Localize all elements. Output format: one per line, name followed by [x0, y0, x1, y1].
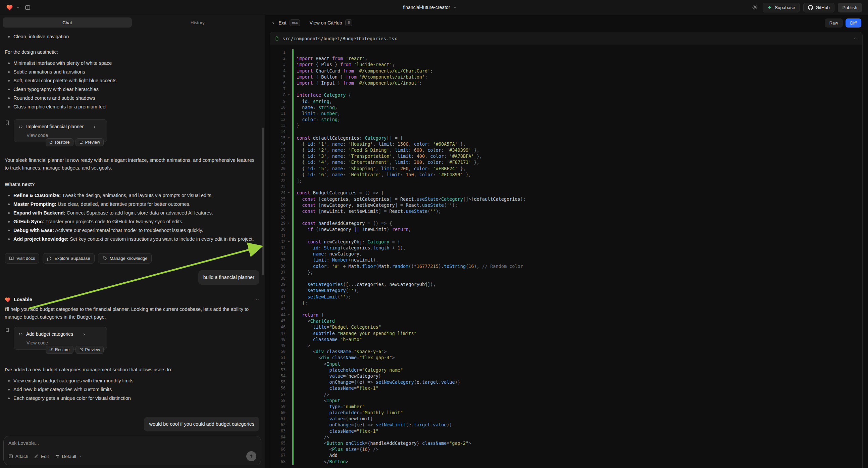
lovable-heart-icon — [5, 297, 11, 303]
bullet-item: Refine & Customize: Tweak the design, an… — [13, 192, 259, 199]
github-button[interactable]: GitHub — [803, 3, 834, 12]
user-message: build a financial planner — [198, 270, 259, 285]
exit-button[interactable]: Exit esc — [271, 20, 300, 26]
raw-button[interactable]: Raw — [825, 19, 843, 28]
restore-icon: ↺ — [49, 140, 53, 145]
code-line: 30 if (!newCategory || !newLimit) return… — [270, 226, 862, 232]
view-code-link[interactable]: View code — [27, 133, 48, 138]
restore-button[interactable]: ↺ Restore — [45, 138, 73, 146]
chat-input[interactable] — [8, 440, 256, 446]
message-menu-icon[interactable]: ⋯ — [254, 297, 259, 303]
sliders-icon — [55, 454, 60, 459]
edit-button[interactable]: Edit — [34, 454, 49, 459]
code-line: 39 setCategories([...categories, newCate… — [270, 281, 862, 287]
publish-button[interactable]: Publish — [838, 3, 862, 12]
code-line: 51 <div className="flex gap-4"> — [270, 354, 862, 360]
supabase-button[interactable]: Supabase — [763, 3, 800, 12]
chat-scrollback: Clean, intuitive navigation For the desi… — [0, 29, 265, 433]
chat-composer: Attach Edit Default — [3, 436, 261, 465]
assistant-added-text: I've added a new budget categories manag… — [5, 366, 259, 374]
mode-selector[interactable]: Default — [55, 454, 82, 459]
bookmark-icon[interactable] — [5, 119, 10, 126]
settings-gear-icon[interactable] — [750, 3, 759, 12]
diff-button[interactable]: Diff — [845, 19, 861, 28]
chat-scrollbar[interactable] — [262, 127, 264, 275]
code-line: 54 value={newCategory} — [270, 373, 862, 379]
code-line: 33 id: String(categories.length + 1), — [270, 245, 862, 251]
lovable-logo-heart-icon[interactable] — [6, 4, 13, 11]
version-card-implement-planner[interactable]: Implement financial planner View code ↺ … — [14, 119, 107, 142]
project-name-dropdown[interactable]: financial-future-creator — [403, 0, 456, 15]
code-line: 23 — [270, 184, 862, 190]
code-line: 4import ChartCard from '@/components/ui/… — [270, 68, 862, 74]
chevron-left-icon — [271, 21, 275, 25]
tab-chat[interactable]: Chat — [3, 18, 132, 28]
code-line: 53 placeholder="Category name" — [270, 367, 862, 373]
preview-button[interactable]: Preview — [75, 138, 104, 146]
bullet-item: Glass-morphic elements for a premium fee… — [13, 103, 259, 111]
bullet-item: Minimalist interface with plenty of whit… — [13, 59, 259, 67]
chat-tabbar: Chat History — [0, 15, 265, 29]
code-editor[interactable]: 12import React from 'react';3import { Pl… — [270, 45, 862, 468]
bullet-item: Each category gets a unique color for vi… — [13, 394, 259, 402]
preview-button[interactable]: Preview — [75, 346, 104, 354]
code-line: 26 const [newCategory, setNewCategory] =… — [270, 202, 862, 208]
code-line: 5import { Button } from '@/components/ui… — [270, 74, 862, 80]
design-heading: For the design aesthetic: — [5, 48, 259, 56]
code-line: 15▾const defaultCategories: Category[] =… — [270, 135, 862, 141]
code-line: 21 { id: '6', name: 'Healthcare', limit:… — [270, 172, 862, 178]
code-line: 20 { id: '5', name: 'Shopping', limit: 2… — [270, 166, 862, 172]
manage-knowledge-button[interactable]: Manage knowledge — [98, 253, 152, 264]
code-line: 52 <Input — [270, 361, 862, 367]
bullet-item: Expand with Backend: Connect Supabase to… — [13, 209, 259, 217]
code-line: 55 onChange={(e) => setNewCategory(e.tar… — [270, 379, 862, 385]
code-line: 24▾const BudgetCategories = () => { — [270, 190, 862, 196]
workspace-chevron-down-icon[interactable] — [17, 6, 20, 9]
code-lines: 12import React from 'react';3import { Pl… — [270, 49, 862, 465]
send-button[interactable] — [246, 451, 256, 461]
quick-actions-row: Visit docs Explore Supabase Manage knowl… — [5, 253, 259, 264]
restore-button[interactable]: ↺ Restore — [45, 346, 73, 354]
image-icon — [8, 454, 13, 459]
file-icon — [275, 36, 279, 41]
code-line: 48 className="h-auto" — [270, 337, 862, 343]
github-icon — [808, 5, 813, 10]
code-line: 61 value={newLimit} — [270, 416, 862, 422]
added-bullet-list: View existing budget categories with the… — [5, 377, 259, 402]
collapse-chevron-up-icon[interactable] — [853, 36, 858, 40]
view-on-github-label: View on GitHub — [309, 20, 342, 26]
version-card-add-budget-categories[interactable]: Add budget categories View code ↺ Restor… — [14, 327, 107, 350]
code-line: 32▾ const newCategoryObj: Category = { — [270, 239, 862, 245]
code-line: 22]; — [270, 178, 862, 184]
visit-docs-button[interactable]: Visit docs — [5, 253, 39, 264]
tab-history[interactable]: History — [133, 18, 262, 28]
docs-icon — [9, 256, 14, 261]
manage-knowledge-label: Manage knowledge — [110, 256, 148, 261]
code-line: 18 { id: '3', name: 'Transportation', li… — [270, 153, 862, 159]
explore-supabase-button[interactable]: Explore Supabase — [42, 253, 94, 264]
assistant-name: Lovable — [14, 296, 32, 303]
code-line: 62 onChange={(e) => setNewLimit(e.target… — [270, 422, 862, 428]
code-line: 47 subtitle="Manage your spending limits… — [270, 330, 862, 337]
external-link-icon — [79, 140, 83, 144]
whats-next-heading: What's next? — [5, 181, 259, 188]
chat-bubble-icon — [47, 256, 52, 261]
code-icon — [18, 332, 23, 337]
view-code-link[interactable]: View code — [27, 340, 48, 346]
code-line: 28 — [270, 214, 862, 220]
arrow-up-icon — [249, 454, 254, 459]
code-line: 45 <ChartCard — [270, 318, 862, 324]
code-line: 25 const [categories, setCategories] = R… — [270, 196, 862, 202]
sidebar-toggle-icon[interactable] — [24, 3, 32, 12]
code-line: 68 </Button> — [270, 459, 862, 465]
code-line: 66 <Plus size={16} /> — [270, 446, 862, 452]
view-on-github-link[interactable]: View on GitHub 6 — [309, 20, 352, 26]
code-line: 6import { Input } from '@/components/ui/… — [270, 80, 862, 86]
attach-button[interactable]: Attach — [8, 454, 28, 459]
topbar: financial-future-creator Supabase GitHub… — [0, 0, 868, 15]
chat-panel: Chat History Clean, intuitive navigation… — [0, 15, 265, 468]
bookmark-icon[interactable] — [5, 327, 10, 334]
bullet-item: Subtle animations and transitions — [13, 68, 259, 76]
exit-label: Exit — [278, 20, 286, 26]
tag-icon — [102, 256, 107, 261]
